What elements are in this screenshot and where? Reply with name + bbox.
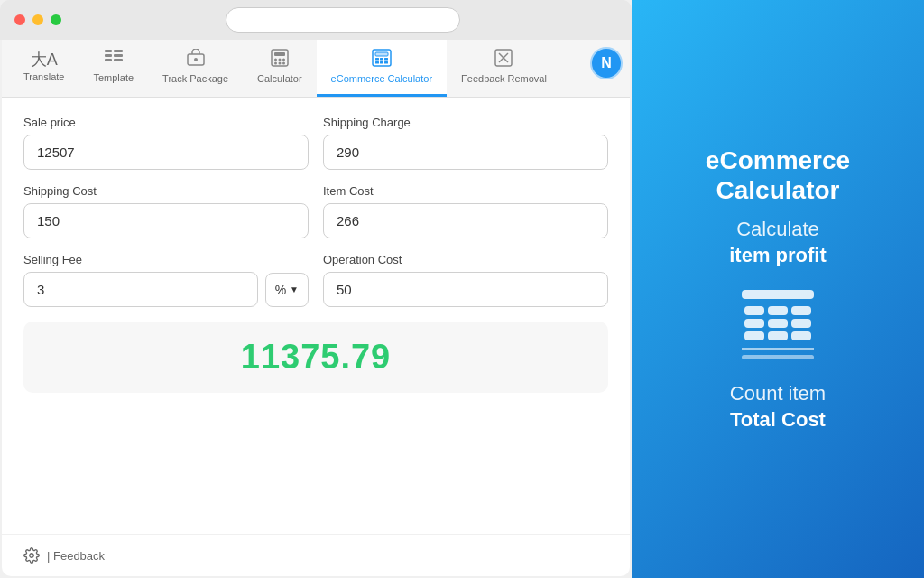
template-icon xyxy=(105,50,123,69)
maximize-button[interactable] xyxy=(51,14,61,25)
shipping-cost-input[interactable] xyxy=(23,203,309,238)
calc-bar-row-3 xyxy=(742,331,814,340)
tab-calculator-label: Calculator xyxy=(257,73,302,85)
svg-rect-20 xyxy=(380,58,383,61)
footer: | Feedback xyxy=(2,534,630,576)
shipping-charge-input[interactable] xyxy=(323,135,608,170)
selling-fee-input[interactable] xyxy=(23,272,258,307)
right-panel: eCommerce Calculator Calculate item prof… xyxy=(632,0,924,578)
footer-line1: Count item xyxy=(730,382,826,405)
tab-feedback-removal[interactable]: Feedback Removal xyxy=(447,40,561,97)
field-row-2: Shipping Cost Item Cost xyxy=(23,184,608,238)
tab-ecommerce-calculator[interactable]: eCommerce Calculator xyxy=(317,40,447,97)
feedback-label[interactable]: | Feedback xyxy=(47,549,105,563)
shipping-cost-group: Shipping Cost xyxy=(23,184,309,238)
svg-rect-22 xyxy=(375,61,379,64)
sale-price-group: Sale price xyxy=(23,116,309,170)
svg-point-28 xyxy=(30,554,34,558)
svg-point-12 xyxy=(282,59,285,61)
svg-rect-21 xyxy=(384,58,388,61)
item-cost-label: Item Cost xyxy=(323,184,608,198)
calc-bar-top xyxy=(742,290,814,299)
selling-fee-input-row: % ▼ xyxy=(23,272,309,307)
svg-rect-5 xyxy=(114,59,123,61)
svg-rect-23 xyxy=(380,61,383,64)
svg-point-13 xyxy=(274,62,277,65)
address-bar-area xyxy=(69,7,617,33)
subtitle-line2: item profit xyxy=(729,244,827,266)
svg-rect-17 xyxy=(375,52,388,56)
svg-rect-24 xyxy=(384,61,388,64)
right-panel-subtitle: Calculate item profit xyxy=(729,217,827,268)
shipping-charge-group: Shipping Charge xyxy=(323,116,608,170)
svg-rect-4 xyxy=(105,59,112,61)
tab-track-package-label: Track Package xyxy=(162,73,228,85)
calc-bar-row-1 xyxy=(742,306,814,315)
tab-translate[interactable]: 大A Translate xyxy=(9,40,79,97)
sale-price-input[interactable] xyxy=(23,135,309,170)
selling-fee-label: Selling Fee xyxy=(23,253,309,266)
shipping-cost-label: Shipping Cost xyxy=(23,184,309,198)
tab-track-package[interactable]: Track Package xyxy=(148,40,243,97)
calc-bar-row-2 xyxy=(742,319,814,328)
svg-point-10 xyxy=(274,59,277,61)
percent-symbol: % xyxy=(275,283,286,297)
tab-calculator[interactable]: Calculator xyxy=(243,40,317,97)
shipping-charge-label: Shipping Charge xyxy=(323,116,608,129)
field-row-3: Selling Fee % ▼ Operation Cost xyxy=(23,253,608,307)
n-logo-badge: N xyxy=(590,47,623,79)
svg-rect-19 xyxy=(375,58,379,61)
browser-panel: N 大A Translate Template xyxy=(0,0,632,578)
tab-translate-label: Translate xyxy=(23,71,64,83)
svg-rect-2 xyxy=(105,54,112,57)
track-package-icon xyxy=(186,49,206,70)
svg-point-14 xyxy=(278,62,281,65)
chevron-down-icon: ▼ xyxy=(290,284,299,294)
svg-point-11 xyxy=(278,59,281,61)
calculator-form: Sale price Shipping Charge Shipping Cost… xyxy=(2,98,630,534)
ecommerce-calculator-icon xyxy=(372,49,392,70)
right-panel-title: eCommerce Calculator xyxy=(659,145,897,206)
selling-fee-group: Selling Fee % ▼ xyxy=(23,253,309,307)
svg-rect-1 xyxy=(114,50,123,52)
operation-cost-input[interactable] xyxy=(323,272,608,307)
svg-rect-9 xyxy=(274,52,285,56)
selling-fee-type-select[interactable]: % ▼ xyxy=(265,273,309,307)
calc-bar-bottom xyxy=(742,355,814,359)
close-button[interactable] xyxy=(14,14,25,25)
browser-chrome xyxy=(0,0,632,40)
svg-rect-3 xyxy=(114,54,123,57)
calc-icon-visual xyxy=(742,290,814,359)
tab-feedback-removal-label: Feedback Removal xyxy=(461,73,547,85)
translate-icon: 大A xyxy=(31,51,58,68)
operation-cost-group: Operation Cost xyxy=(323,253,608,307)
item-cost-group: Item Cost xyxy=(323,184,608,238)
browser-content: N 大A Translate Template xyxy=(2,40,630,576)
address-bar[interactable] xyxy=(226,7,460,33)
sale-price-label: Sale price xyxy=(23,116,309,129)
result-box: 11375.79 xyxy=(23,322,608,393)
result-value: 11375.79 xyxy=(241,338,392,376)
gear-icon[interactable] xyxy=(23,547,40,564)
footer-line2: Total Cost xyxy=(730,408,826,431)
tabs-container: 大A Translate Template xyxy=(2,40,630,98)
calculator-icon xyxy=(271,49,289,70)
feedback-removal-icon xyxy=(494,49,513,70)
tab-template-label: Template xyxy=(93,72,134,84)
tab-ecommerce-calculator-label: eCommerce Calculator xyxy=(331,73,432,85)
minimize-button[interactable] xyxy=(32,14,43,25)
right-panel-footer: Count item Total Cost xyxy=(730,381,826,433)
svg-point-15 xyxy=(282,62,285,65)
svg-rect-0 xyxy=(105,50,112,52)
tab-template[interactable]: Template xyxy=(79,40,148,97)
subtitle-line1: Calculate xyxy=(736,218,819,240)
field-row-1: Sale price Shipping Charge xyxy=(23,116,608,170)
operation-cost-label: Operation Cost xyxy=(323,253,608,266)
svg-point-7 xyxy=(194,58,198,61)
item-cost-input[interactable] xyxy=(323,203,608,238)
